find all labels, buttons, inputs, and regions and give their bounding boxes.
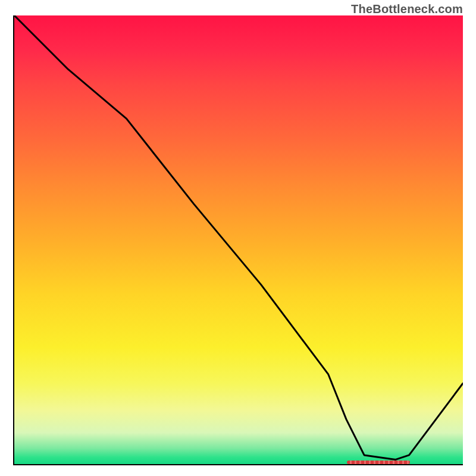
watermark-text: TheBottleneck.com [351,2,463,16]
bottleneck-curve-line [14,15,463,464]
chart-area [13,15,463,465]
ideal-zone-marker [347,461,410,464]
